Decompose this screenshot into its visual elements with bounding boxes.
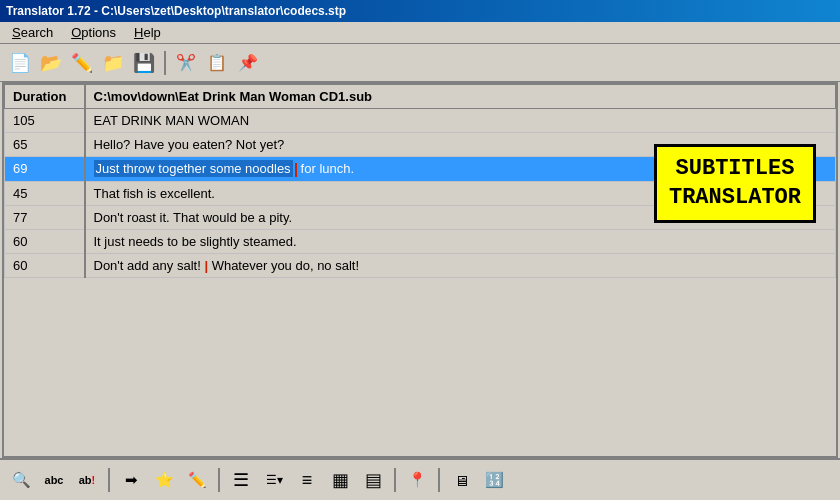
folder-icon: 📁 <box>102 52 124 74</box>
align-left-icon: ☰ <box>233 469 249 491</box>
row-num: 45 <box>5 181 85 205</box>
cut-icon: ✂️ <box>176 53 196 72</box>
menu-options[interactable]: Options <box>63 23 124 42</box>
search-bottom-button[interactable]: 🔍 <box>6 465 36 495</box>
table-row[interactable]: 105 EAT DRINK MAN WOMAN <box>5 109 836 133</box>
text-part1: Just throw together some noodles <box>94 160 293 177</box>
badge-line1: SUBTITLES <box>676 156 795 181</box>
row-num: 77 <box>5 205 85 229</box>
folder-button[interactable]: 📁 <box>99 49 127 77</box>
search-bottom-icon: 🔍 <box>12 471 31 489</box>
menu-bar: Search Options Help <box>0 22 840 44</box>
title-text: Translator 1.72 - C:\Users\zet\Desktop\t… <box>6 4 346 18</box>
monitor-icon: 🖥 <box>454 472 469 489</box>
separator-bottom3 <box>394 468 396 492</box>
arrow-right-icon: ➡ <box>125 471 138 489</box>
grid1-button[interactable]: ▦ <box>325 465 355 495</box>
align-right-button[interactable]: ≡ <box>292 465 322 495</box>
row-num: 60 <box>5 253 85 277</box>
grid2-icon: ▤ <box>365 469 382 491</box>
paste-icon: 📌 <box>238 53 258 72</box>
badge-line2: TRANSLATOR <box>669 185 801 210</box>
row-num: 105 <box>5 109 85 133</box>
separator1 <box>164 51 166 75</box>
pencil-bottom-button[interactable]: ✏️ <box>182 465 212 495</box>
grid1-icon: ▦ <box>332 469 349 491</box>
align-dropdown-icon: ☰▾ <box>266 473 283 487</box>
copy-icon: 📋 <box>207 53 227 72</box>
map-pin-icon: 📍 <box>408 471 427 489</box>
align-left-button[interactable]: ☰ <box>226 465 256 495</box>
title-bar: Translator 1.72 - C:\Users\zet\Desktop\t… <box>0 0 840 22</box>
align-dropdown-button[interactable]: ☰▾ <box>259 465 289 495</box>
row-text: It just needs to be slightly steamed. <box>85 229 836 253</box>
col-header-file: C:\mov\down\Eat Drink Man Woman CD1.sub <box>85 85 836 109</box>
star-icon: ⭐ <box>155 471 174 489</box>
separator-bottom1 <box>108 468 110 492</box>
numbered-button[interactable]: 🔢 <box>479 465 509 495</box>
divider-line <box>295 163 297 177</box>
abc1-icon: abc <box>45 474 64 486</box>
grid2-button[interactable]: ▤ <box>358 465 388 495</box>
save-button[interactable]: 💾 <box>130 49 158 77</box>
col-header-duration: Duration <box>5 85 85 109</box>
menu-help[interactable]: Help <box>126 23 169 42</box>
align-right-icon: ≡ <box>302 470 313 491</box>
row-num: 65 <box>5 133 85 157</box>
abc1-button[interactable]: abc <box>39 465 69 495</box>
pencil-bottom-icon: ✏️ <box>188 471 207 489</box>
map-pin-button[interactable]: 📍 <box>402 465 432 495</box>
new-icon: 📄 <box>9 52 31 74</box>
monitor-button[interactable]: 🖥 <box>446 465 476 495</box>
copy-button[interactable]: 📋 <box>203 49 231 77</box>
text-part2: for lunch. <box>299 160 356 177</box>
save-icon: 💾 <box>133 52 155 74</box>
open-button[interactable]: 📂 <box>37 49 65 77</box>
menu-search[interactable]: Search <box>4 23 61 42</box>
paste-button[interactable]: 📌 <box>234 49 262 77</box>
abc2-icon: ab! <box>79 474 96 486</box>
edit-icon: ✏️ <box>71 52 93 74</box>
row-text: Don't add any salt! | Whatever you do, n… <box>85 253 836 277</box>
table-row[interactable]: 60 Don't add any salt! | Whatever you do… <box>5 253 836 277</box>
main-content: Duration C:\mov\down\Eat Drink Man Woman… <box>2 82 838 458</box>
star-button[interactable]: ⭐ <box>149 465 179 495</box>
pipe-divider: | <box>204 258 208 273</box>
arrow-right-button[interactable]: ➡ <box>116 465 146 495</box>
new-button[interactable]: 📄 <box>6 49 34 77</box>
row-num: 69 <box>5 157 85 182</box>
subtitle-badge: SUBTITLES TRANSLATOR <box>654 144 816 223</box>
table-row[interactable]: 60 It just needs to be slightly steamed. <box>5 229 836 253</box>
toolbar1: 📄 📂 ✏️ 📁 💾 ✂️ 📋 📌 <box>0 44 840 82</box>
toolbar2: 🔍 abc ab! ➡ ⭐ ✏️ ☰ ☰▾ ≡ ▦ ▤ 📍 🖥 🔢 <box>0 458 840 500</box>
numbered-icon: 🔢 <box>485 471 504 489</box>
separator-bottom4 <box>438 468 440 492</box>
open-icon: 📂 <box>40 52 62 74</box>
cut-button[interactable]: ✂️ <box>172 49 200 77</box>
abc2-button[interactable]: ab! <box>72 465 102 495</box>
separator-bottom2 <box>218 468 220 492</box>
row-num: 60 <box>5 229 85 253</box>
row-text: EAT DRINK MAN WOMAN <box>85 109 836 133</box>
edit-button[interactable]: ✏️ <box>68 49 96 77</box>
